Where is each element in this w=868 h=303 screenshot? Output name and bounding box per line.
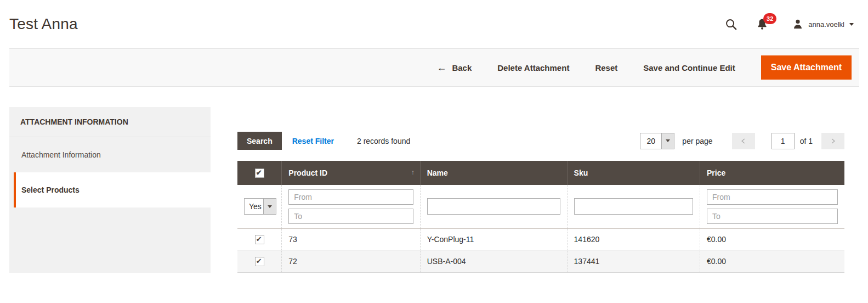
selected-filter-arrow (263, 199, 276, 214)
name-filter-input[interactable] (427, 198, 560, 215)
grid-filter-row: Yes (237, 185, 844, 228)
column-label-sku: Sku (574, 169, 588, 177)
records-found-text: 2 records found (357, 137, 410, 145)
page-title: Test Anna (9, 15, 78, 33)
sidebar-item-select-products[interactable]: Select Products (14, 172, 211, 207)
cell-product-id: 73 (282, 228, 420, 250)
per-page-label: per page (682, 137, 712, 145)
table-row[interactable]: 73 Y-ConPlug-11 141620 €0.00 (237, 228, 844, 250)
selected-filter-select[interactable]: Yes (244, 198, 276, 215)
select-all-checkbox[interactable] (255, 169, 264, 178)
sidebar: ATTACHMENT INFORMATION Attachment Inform… (9, 107, 211, 273)
delete-attachment-button[interactable]: Delete Attachment (497, 63, 569, 72)
cell-name: USB-A-004 (420, 250, 567, 272)
column-header-product-id[interactable]: Product ID (282, 161, 420, 185)
delete-attachment-label: Delete Attachment (497, 63, 569, 72)
cell-price: €0.00 (700, 228, 845, 250)
grid-search-button[interactable]: Search (237, 132, 282, 150)
column-label-name: Name (427, 169, 448, 177)
column-header-price[interactable]: Price (700, 161, 845, 185)
page-number-input[interactable] (771, 133, 795, 149)
cell-name: Y-ConPlug-11 (420, 228, 567, 250)
content: ATTACHMENT INFORMATION Attachment Inform… (0, 107, 868, 273)
chevron-left-icon (740, 137, 747, 145)
back-button-label: Back (452, 63, 472, 72)
row-checkbox[interactable] (255, 257, 264, 266)
user-icon (792, 19, 803, 30)
column-header-sku[interactable]: Sku (567, 161, 700, 185)
search-icon (725, 18, 737, 31)
price-to-input[interactable] (707, 209, 838, 224)
cell-product-id: 72 (282, 250, 420, 272)
chevron-down-icon (849, 23, 854, 26)
user-name: anna.voelkl (808, 20, 844, 29)
table-row[interactable]: 72 USB-A-004 137441 €0.00 (237, 250, 844, 272)
product-id-from-input[interactable] (288, 189, 413, 205)
next-page-button[interactable] (821, 133, 844, 149)
column-label-product-id: Product ID (288, 169, 327, 177)
save-and-continue-button[interactable]: Save and Continue Edit (643, 63, 735, 72)
per-page-select-arrow (661, 133, 674, 149)
sidebar-item-attachment-information[interactable]: Attachment Information (9, 137, 211, 172)
total-pages-label: of 1 (800, 137, 813, 145)
previous-page-button[interactable] (732, 133, 755, 149)
reset-button-label: Reset (595, 63, 617, 72)
grid-header-row: Product ID Name Sku Price (237, 161, 844, 185)
notification-count-badge: 32 (763, 13, 776, 24)
reset-button[interactable]: Reset (595, 63, 617, 72)
per-page-value: 20 (640, 133, 661, 149)
sku-filter-input[interactable] (574, 198, 693, 215)
caret-down-icon (666, 139, 670, 142)
cell-sku: 137441 (567, 250, 700, 272)
sidebar-title: ATTACHMENT INFORMATION (9, 107, 211, 137)
per-page-select[interactable]: 20 (640, 133, 674, 149)
products-grid: Product ID Name Sku Price Yes (237, 161, 844, 273)
cell-price: €0.00 (700, 250, 845, 272)
header-actions: 32 anna.voelkl (725, 18, 854, 31)
selected-filter-value: Yes (245, 199, 263, 214)
chevron-right-icon (829, 137, 837, 145)
caret-down-icon (268, 205, 272, 208)
page-header: Test Anna 32 anna.voelkl (0, 0, 868, 48)
select-all-header (237, 161, 282, 185)
pager: 20 per page of 1 (640, 133, 844, 149)
back-arrow-icon: ← (436, 63, 446, 72)
main-panel: Search Reset Filter 2 records found 20 p… (237, 107, 844, 273)
product-id-to-input[interactable] (288, 209, 413, 224)
search-button[interactable] (725, 18, 737, 31)
save-attachment-button[interactable]: Save Attachment (761, 55, 852, 80)
column-label-price: Price (707, 169, 725, 177)
row-checkbox[interactable] (255, 235, 264, 244)
grid-toolbar: Search Reset Filter 2 records found 20 p… (237, 132, 844, 150)
action-toolbar: ← Back Delete Attachment Reset Save and … (9, 48, 859, 87)
column-header-name[interactable]: Name (420, 161, 567, 185)
notifications-button[interactable]: 32 (756, 18, 768, 30)
save-and-continue-label: Save and Continue Edit (643, 63, 735, 72)
back-button[interactable]: ← Back (436, 63, 472, 72)
sort-ascending-icon (411, 169, 415, 176)
reset-filter-link[interactable]: Reset Filter (292, 137, 334, 145)
price-from-input[interactable] (707, 189, 838, 205)
user-menu[interactable]: anna.voelkl (792, 19, 854, 30)
cell-sku: 141620 (567, 228, 700, 250)
